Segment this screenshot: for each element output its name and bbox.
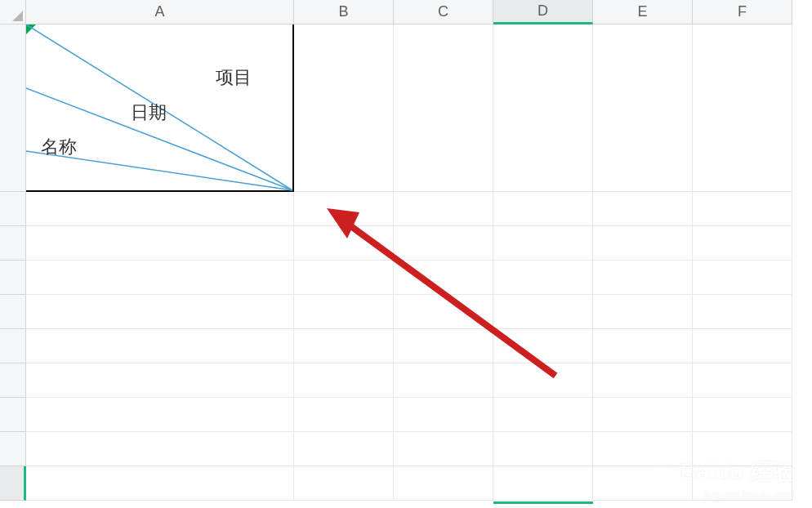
cell-f2[interactable] <box>693 192 792 226</box>
cell-a1-label-date: 日期 <box>131 100 167 125</box>
cell-a7[interactable] <box>26 363 294 398</box>
cell-c7[interactable] <box>394 363 493 398</box>
grid-row-3 <box>26 226 792 261</box>
grid-row-7 <box>26 363 792 398</box>
row-header-8[interactable] <box>0 398 26 432</box>
select-all-button[interactable] <box>0 0 26 25</box>
cell-e4[interactable] <box>593 261 693 295</box>
cell-f6[interactable] <box>693 329 792 363</box>
cell-e3[interactable] <box>593 226 693 261</box>
cell-a1[interactable]: 项目 日期 名称 <box>26 25 294 192</box>
row-header-3[interactable] <box>0 226 26 261</box>
cell-f9[interactable] <box>693 432 792 466</box>
grid-row-5 <box>26 295 792 329</box>
cell-a3[interactable] <box>26 226 294 261</box>
column-header-c[interactable]: C <box>394 0 493 25</box>
cell-c9[interactable] <box>394 432 493 466</box>
grid-row-8 <box>26 398 792 432</box>
column-header-d[interactable]: D <box>493 0 593 25</box>
grid-row-2 <box>26 192 792 226</box>
cell-c1[interactable] <box>394 25 493 192</box>
cell-a4[interactable] <box>26 261 294 295</box>
cell-f4[interactable] <box>693 261 792 295</box>
cell-b7[interactable] <box>294 363 394 398</box>
cell-c10[interactable] <box>394 466 493 501</box>
cells-grid: 项目 日期 名称 <box>26 25 792 501</box>
cell-a1-label-project: 项目 <box>216 65 252 90</box>
cell-d5[interactable] <box>493 295 593 329</box>
grid-row-10 <box>26 466 792 501</box>
row-header-2[interactable] <box>0 192 26 226</box>
cell-c6[interactable] <box>394 329 493 363</box>
cell-c2[interactable] <box>394 192 493 226</box>
cell-d1[interactable] <box>493 25 593 192</box>
row-header-1[interactable] <box>0 25 26 192</box>
grid-row-6 <box>26 329 792 363</box>
cell-f8[interactable] <box>693 398 792 432</box>
cell-e8[interactable] <box>593 398 693 432</box>
cell-f5[interactable] <box>693 295 792 329</box>
cell-c5[interactable] <box>394 295 493 329</box>
column-header-b[interactable]: B <box>294 0 394 25</box>
grid-row-9 <box>26 432 792 466</box>
cell-b4[interactable] <box>294 261 394 295</box>
cell-e7[interactable] <box>593 363 693 398</box>
cell-b3[interactable] <box>294 226 394 261</box>
row-header-10[interactable] <box>0 466 26 501</box>
column-header-e[interactable]: E <box>593 0 693 25</box>
row-headers-column <box>0 25 26 501</box>
grid-row-1: 项目 日期 名称 <box>26 25 792 192</box>
cell-a6[interactable] <box>26 329 294 363</box>
cell-b9[interactable] <box>294 432 394 466</box>
cell-b2[interactable] <box>294 192 394 226</box>
cell-c4[interactable] <box>394 261 493 295</box>
cell-d6[interactable] <box>493 329 593 363</box>
cell-b10[interactable] <box>294 466 394 501</box>
column-header-a[interactable]: A <box>26 0 294 25</box>
row-header-5[interactable] <box>0 295 26 329</box>
cell-f3[interactable] <box>693 226 792 261</box>
cell-e9[interactable] <box>593 432 693 466</box>
cell-e2[interactable] <box>593 192 693 226</box>
cell-a10[interactable] <box>26 466 294 501</box>
row-header-6[interactable] <box>0 329 26 363</box>
cell-a5[interactable] <box>26 295 294 329</box>
cell-a8[interactable] <box>26 398 294 432</box>
cell-b6[interactable] <box>294 329 394 363</box>
cell-e5[interactable] <box>593 295 693 329</box>
cell-e6[interactable] <box>593 329 693 363</box>
cell-b8[interactable] <box>294 398 394 432</box>
cell-e1[interactable] <box>593 25 693 192</box>
cell-d9[interactable] <box>493 432 593 466</box>
cell-e10[interactable] <box>593 466 693 501</box>
cell-f1[interactable] <box>693 25 792 192</box>
column-header-f[interactable]: F <box>693 0 792 25</box>
row-header-9[interactable] <box>0 432 26 466</box>
cell-a1-label-name: 名称 <box>41 135 77 159</box>
cell-d10[interactable] <box>493 466 593 501</box>
cell-f7[interactable] <box>693 363 792 398</box>
cell-c8[interactable] <box>394 398 493 432</box>
cell-d4[interactable] <box>493 261 593 295</box>
spreadsheet-grid: A B C D E F 项目 日期 名称 <box>0 0 812 508</box>
cell-d3[interactable] <box>493 226 593 261</box>
cell-a9[interactable] <box>26 432 294 466</box>
cell-a2[interactable] <box>26 192 294 226</box>
row-header-7[interactable] <box>0 363 26 398</box>
cell-b1[interactable] <box>294 25 394 192</box>
cell-d7[interactable] <box>493 363 593 398</box>
column-headers-row: A B C D E F <box>0 0 792 25</box>
cell-f10[interactable] <box>693 466 792 501</box>
cell-b5[interactable] <box>294 295 394 329</box>
cell-c3[interactable] <box>394 226 493 261</box>
cell-d2[interactable] <box>493 192 593 226</box>
row-header-4[interactable] <box>0 261 26 295</box>
cell-d8[interactable] <box>493 398 593 432</box>
grid-row-4 <box>26 261 792 295</box>
selected-column-bottom-indicator <box>493 501 593 504</box>
